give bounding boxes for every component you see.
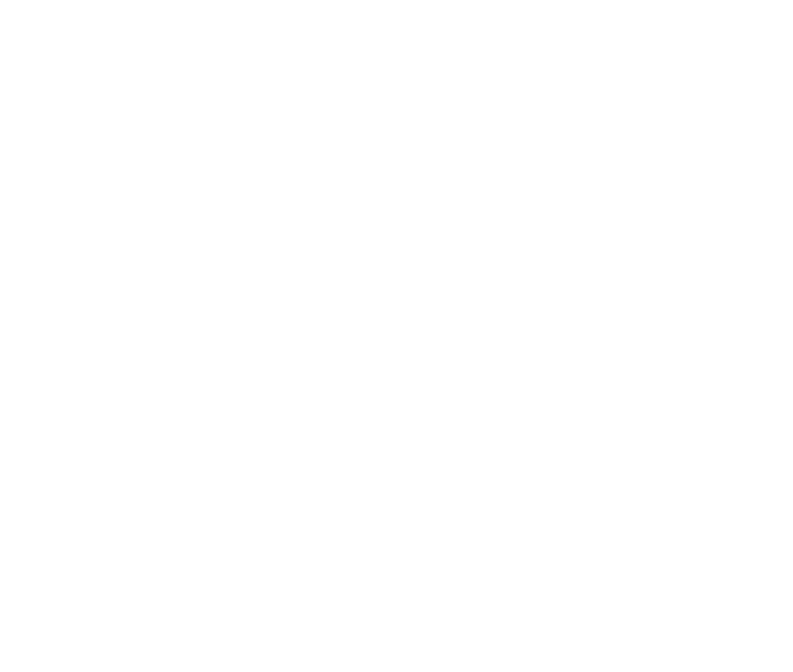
main-legend bbox=[61, 58, 111, 101]
figure-canvas bbox=[0, 0, 793, 672]
legend-item-fitted-line bbox=[61, 79, 111, 101]
uncertainty-dot-icon bbox=[561, 512, 567, 518]
uncertainty-band-icon bbox=[553, 509, 575, 521]
observations-marker-icon bbox=[83, 66, 89, 71]
fitted-line-marker-icon bbox=[65, 88, 107, 91]
chart-svg bbox=[0, 0, 793, 672]
residual-legend bbox=[553, 509, 583, 521]
legend-item-observations bbox=[61, 58, 111, 79]
